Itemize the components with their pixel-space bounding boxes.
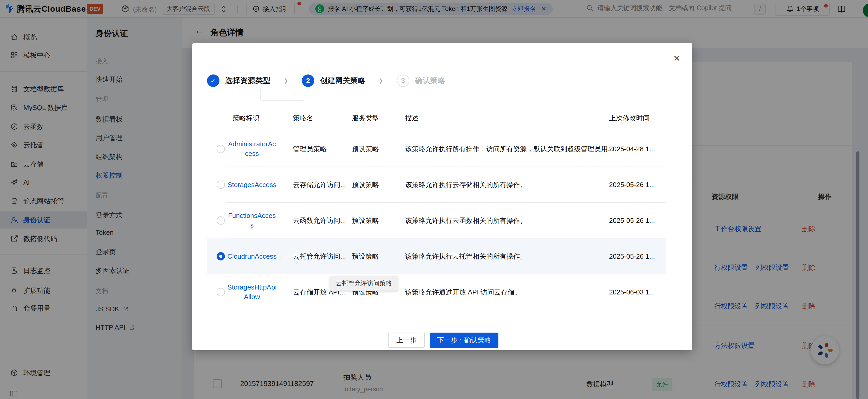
policy-row-CloudrunAccess[interactable]: CloudrunAccess云托管允许访问...预设策略该策略允许执行云托管相关… — [207, 238, 666, 274]
policy-desc: 该策略允许执行云托管相关的所有操作。 — [405, 252, 527, 261]
policy-radio[interactable] — [217, 145, 225, 153]
policy-row-FunctionsAccess[interactable]: FunctionsAccess云函数允许访问...预设策略该策略允许执行云函数相… — [207, 203, 666, 238]
step-indicator: ✓选择资源类型›2创建网关策略›3确认策略 — [207, 74, 445, 87]
policy-time: 2025-06-03 1... — [609, 288, 655, 296]
policy-time: 2025-04-28 1... — [609, 145, 655, 153]
policy-time: 2025-05-26 1... — [609, 253, 655, 261]
step-label-3: 确认策略 — [415, 75, 445, 86]
policy-time: 2025-05-26 1... — [609, 181, 655, 189]
step-separator-icon: › — [379, 73, 382, 87]
policy-type: 预设策略 — [352, 144, 379, 154]
policy-name: 管理员策略 — [293, 144, 327, 154]
policy-id-link[interactable]: CloudrunAccess — [227, 252, 277, 261]
cloudbase-console: 腾讯云CloudBase DEV (未命名) 大客户混合云版 接入指引 报名 A… — [0, 0, 868, 399]
create-gateway-policy-modal: ✕ ✓选择资源类型›2创建网关策略›3确认策略 策略标识策略名服务类型描述上次修… — [192, 43, 692, 350]
policy-desc: 该策略允许执行云存储相关的所有操作。 — [405, 180, 527, 189]
policy-column-header: 服务类型 — [352, 113, 379, 123]
next-step-button[interactable]: 下一步：确认策略 — [430, 333, 498, 347]
step-separator-icon: › — [284, 73, 288, 87]
scrolled-input-fragment — [260, 89, 305, 101]
policy-column-header: 上次修改时间 — [609, 113, 650, 123]
policy-desc: 该策略允许通过开放 API 访问云存储。 — [405, 288, 521, 297]
policy-type: 预设策略 — [352, 216, 379, 225]
prev-step-button[interactable]: 上一步 — [388, 333, 425, 347]
step-circle-3: 3 — [397, 74, 409, 87]
policy-name: 云存储允许访问... — [293, 180, 346, 189]
policy-name: 云托管允许访问... — [293, 252, 346, 261]
policy-radio[interactable] — [217, 217, 225, 225]
policy-column-header: 策略名 — [293, 113, 313, 123]
policy-id-link[interactable]: StoragesAccess — [227, 180, 277, 190]
step-label-2: 创建网关策略 — [320, 75, 365, 86]
policy-radio[interactable] — [217, 288, 225, 296]
divider — [226, 310, 666, 310]
policy-desc: 该策略允许执行所有操作，访问所有资源，默认关联到超级管理员用... — [405, 144, 614, 154]
policy-desc: 该策略允许执行云函数相关的所有操作。 — [405, 216, 527, 225]
policy-type: 预设策略 — [352, 252, 379, 261]
policy-id-link[interactable]: StoragesHttpApiAllow — [227, 282, 277, 302]
policy-type: 预设策略 — [352, 180, 379, 189]
step-circle-1: ✓ — [207, 74, 219, 87]
step-label-1: 选择资源类型 — [225, 75, 270, 86]
modal-close-icon[interactable]: ✕ — [673, 54, 680, 63]
policy-column-header: 描述 — [405, 113, 419, 123]
policy-name: 云函数允许访问... — [293, 216, 346, 225]
policy-radio[interactable] — [217, 252, 225, 261]
policy-id-link[interactable]: FunctionsAccess — [227, 211, 277, 230]
policy-row-StoragesAccess[interactable]: StoragesAccess云存储允许访问...预设策略该策略允许执行云存储相关… — [207, 167, 666, 203]
policy-tooltip: 云托管允许访问策略 — [330, 276, 398, 291]
policy-radio[interactable] — [217, 180, 225, 189]
policy-column-header: 策略标识 — [232, 113, 259, 123]
policy-id-link[interactable]: AdministratorAccess — [227, 139, 277, 159]
policy-row-StoragesHttpApiAllow[interactable]: StoragesHttpApiAllow云存储开放 API...预设策略该策略允… — [207, 274, 666, 310]
step-circle-2: 2 — [302, 74, 314, 87]
policy-time: 2025-05-26 1... — [609, 217, 655, 225]
policy-row-AdministratorAccess[interactable]: AdministratorAccess管理员策略预设策略该策略允许执行所有操作，… — [207, 131, 666, 167]
